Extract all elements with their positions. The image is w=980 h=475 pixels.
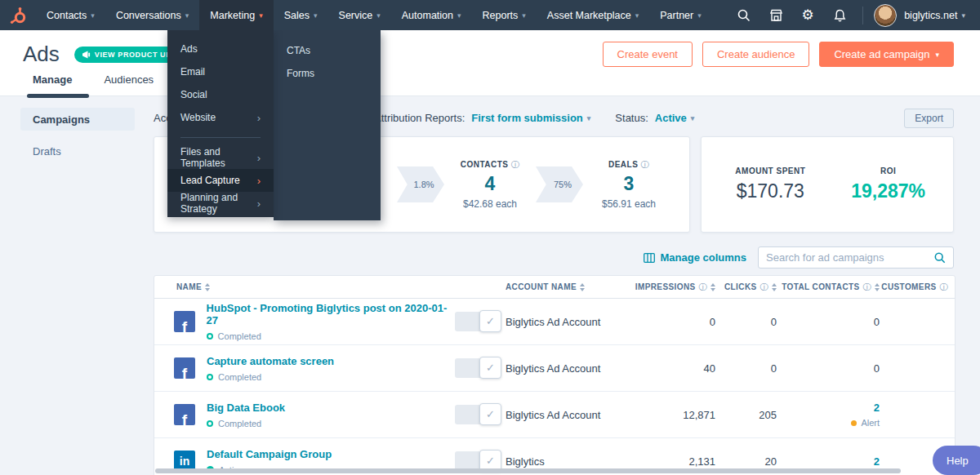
nav-label: Reports (483, 10, 519, 21)
campaign-toggle[interactable]: ✓ (455, 405, 501, 424)
help-label: Help (947, 455, 969, 467)
tab-manage[interactable]: Manage (27, 73, 88, 95)
nav-item-automation[interactable]: Automation▾ (391, 0, 472, 30)
button-label: Manage columns (661, 251, 746, 264)
search-icon[interactable] (934, 252, 946, 264)
create-ad-campaign-button[interactable]: Create ad campaign▾ (819, 42, 954, 67)
attribution-reports-select[interactable]: First form submission▾ (471, 112, 590, 124)
campaign-link[interactable]: HubSpot - Promoting Biglytics post on 20… (207, 302, 455, 326)
nav-item-reports[interactable]: Reports▾ (472, 0, 537, 30)
menu-item-ads[interactable]: Ads (167, 38, 274, 60)
total-contacts-link[interactable]: 2 (874, 455, 880, 468)
campaign-status: Completed (207, 372, 334, 382)
nav-label: Sales (284, 10, 310, 21)
gear-icon[interactable]: ⚙ (795, 3, 820, 28)
completed-status-icon (207, 374, 213, 380)
conversion-rate-chevron: 75% (536, 166, 583, 202)
manage-columns-button[interactable]: Manage columns (644, 251, 746, 264)
alert-status: Alert (777, 418, 880, 428)
button-label: Create ad campaign (834, 48, 929, 60)
nav-item-marketing[interactable]: Marketing▾ (199, 0, 273, 30)
search-icon[interactable] (732, 3, 756, 28)
horizontal-scrollbar[interactable] (155, 468, 901, 473)
facebook-icon: f (174, 311, 195, 332)
check-icon: ✓ (486, 362, 495, 374)
chevron-down-icon: ▾ (457, 11, 461, 20)
bell-icon[interactable] (827, 3, 852, 28)
toggle-knob: ✓ (479, 310, 501, 332)
table-row: f Big Data Ebook Completed ✓ Biglytics A… (154, 392, 955, 438)
menu-item-website[interactable]: Website› (167, 106, 274, 129)
menu-item-social[interactable]: Social (167, 83, 274, 106)
lead-capture-submenu: CTAs Forms (274, 30, 381, 220)
nav-label: Partner (660, 10, 693, 21)
status-label: Status: (615, 112, 648, 124)
tab-label: Audiences (104, 73, 154, 86)
nav-item-sales[interactable]: Sales▾ (274, 0, 328, 30)
toggle-knob: ✓ (479, 403, 501, 425)
export-button[interactable]: Export (904, 109, 954, 128)
campaign-toggle[interactable]: ✓ (455, 358, 501, 378)
create-audience-button[interactable]: Create audience (702, 42, 809, 67)
hubspot-logo-icon[interactable] (0, 7, 36, 24)
nav-item-partner[interactable]: Partner▾ (649, 0, 712, 30)
deals-cost-each: $56.91 each (588, 198, 670, 210)
create-event-button[interactable]: Create event (603, 42, 693, 67)
roi-value: 19,287% (840, 180, 938, 202)
submenu-item-ctas[interactable]: CTAs (274, 39, 381, 62)
nav-item-conversations[interactable]: Conversations▾ (105, 0, 199, 30)
campaign-link[interactable]: Big Data Ebook (207, 402, 285, 414)
menu-item-email[interactable]: Email (167, 60, 274, 83)
nav-item-service[interactable]: Service▾ (328, 0, 391, 30)
nav-label: Contacts (47, 10, 87, 21)
menu-item-lead-capture[interactable]: Lead Capture› (167, 169, 274, 192)
sort-icon[interactable] (580, 283, 585, 291)
column-header-total-contacts: TOTAL CONTACTS (782, 282, 859, 291)
nav-item-asset-marketplace[interactable]: Asset Marketplace▾ (537, 0, 649, 30)
status-select[interactable]: Active▾ (655, 112, 695, 124)
menu-item-files-and-templates[interactable]: Files and Templates› (167, 146, 274, 169)
info-icon[interactable]: ⓘ (641, 160, 650, 169)
info-icon[interactable]: ⓘ (511, 160, 520, 169)
clicks-cell: 20 (715, 455, 777, 468)
select-value: Active (655, 112, 687, 124)
campaign-link[interactable]: Default Campaign Group (207, 448, 332, 460)
info-icon[interactable]: ⓘ (863, 282, 871, 293)
table-toolbar: Manage columns (644, 246, 954, 269)
sidebar-item-campaigns[interactable]: Campaigns (20, 108, 135, 131)
gear-glyph: ⚙ (802, 7, 814, 24)
chevron-down-icon: ▾ (635, 11, 639, 20)
marketplace-icon[interactable] (764, 3, 788, 28)
info-icon[interactable]: ⓘ (699, 282, 707, 293)
chevron-down-icon: ▾ (691, 114, 695, 122)
campaign-toggle[interactable]: ✓ (455, 312, 501, 331)
deals-value: 3 (588, 174, 670, 194)
info-icon[interactable]: ⓘ (760, 282, 768, 293)
account-menu[interactable]: biglytics.net▾ (904, 10, 965, 21)
tab-audiences[interactable]: Audiences (98, 73, 170, 95)
total-contacts-link[interactable]: 2 (874, 402, 880, 414)
sidebar-item-label: Campaigns (33, 113, 90, 126)
submenu-item-forms[interactable]: Forms (274, 62, 381, 85)
attribution-reports-label: Attribution Reports: (374, 112, 465, 124)
alert-dot-icon (851, 420, 857, 426)
search-input[interactable] (766, 251, 934, 264)
completed-status-icon (207, 420, 213, 427)
nav-right-tools: ⚙ biglytics.net▾ (732, 3, 980, 28)
user-avatar[interactable] (874, 4, 897, 27)
campaign-link[interactable]: Capture automate screen (207, 355, 334, 367)
stat-label: DEALS (608, 160, 638, 169)
menu-item-label: Website (180, 112, 216, 123)
nav-item-contacts[interactable]: Contacts▾ (36, 0, 105, 30)
menu-item-planning-and-strategy[interactable]: Planning and Strategy› (167, 192, 274, 215)
menu-item-label: Files and Templates (180, 146, 257, 169)
menu-divider (180, 137, 261, 138)
sidebar-item-drafts[interactable]: Drafts (20, 140, 135, 162)
sort-icon[interactable] (205, 283, 210, 291)
menu-item-label: Social (180, 89, 207, 100)
button-label: Create audience (717, 48, 795, 60)
info-icon[interactable]: ⓘ (940, 282, 948, 293)
roi-stat: ROI 19,287% (840, 166, 938, 202)
nav-menu: Contacts▾ Conversations▾ Marketing▾ Sale… (36, 0, 712, 30)
help-button[interactable]: Help (933, 446, 980, 475)
